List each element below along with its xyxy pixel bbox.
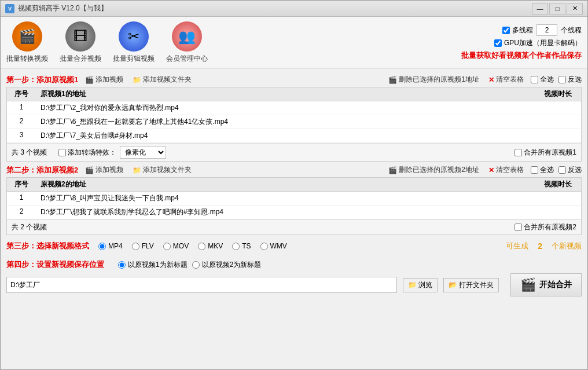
step1-table: 序号 原视频1的地址 视频时长 1 D:\梦工厂\2_我对你的爱永远真挚而热烈.… bbox=[6, 87, 582, 162]
title-bar-controls: — □ ✕ bbox=[532, 3, 583, 14]
row3-dur bbox=[535, 131, 581, 141]
toolbar-batch-edit-label: 批量剪辑视频 bbox=[113, 54, 155, 64]
step1-table-header: 序号 原视频1的地址 视频时长 bbox=[7, 87, 581, 101]
s2-row1-num: 1 bbox=[7, 193, 36, 203]
title-bar-left: V 视频剪辑高手 V12.0【与我】 bbox=[5, 3, 108, 13]
table-row[interactable]: 1 D:\梦工厂\8_叫声宝贝让我迷失一下自我.mp4 bbox=[7, 192, 581, 206]
step2-col-path: 原视频2的地址 bbox=[36, 179, 535, 189]
transition-select[interactable]: 像素化 bbox=[120, 146, 166, 159]
toolbar-right: 多线程 2 个线程 GPU加速（用显卡解码） 批量获取好看视频某个作者作品保存 bbox=[461, 24, 582, 61]
step1-select-all[interactable]: 全选 bbox=[531, 75, 554, 85]
step2-clear-icon: ✕ bbox=[488, 166, 494, 174]
step4-path-row: D:\梦工厂 📁 浏览 📂 打开文件夹 🎬 开始合并 bbox=[6, 273, 582, 296]
step2-title: 第二步：添加原视频2 bbox=[6, 165, 78, 175]
step1-footer: 共 3 个视频 添加转场特效： 像素化 合并所有原视频1 bbox=[7, 143, 581, 161]
row1-dur bbox=[535, 103, 581, 113]
step3-section: 第三步：选择新视频格式 MP4 FLV MOV MKV TS bbox=[6, 237, 582, 255]
batch-convert-icon: 🎬 bbox=[12, 21, 42, 52]
s2-row1-path: D:\梦工厂\8_叫声宝贝让我迷失一下自我.mp4 bbox=[36, 193, 535, 203]
step1-add-folder-btn[interactable]: 📁 添加视频文件夹 bbox=[130, 74, 194, 86]
thread-count-input[interactable]: 2 bbox=[536, 24, 557, 36]
gpu-row: GPU加速（用显卡解码） bbox=[494, 38, 582, 48]
s2-row2-path: D:\梦工厂\想我了就联系我别学我忍么了吧啊的#李知恩.mp4 bbox=[36, 207, 535, 217]
step1-col-num: 序号 bbox=[7, 89, 36, 99]
table-row[interactable]: 2 D:\梦工厂\想我了就联系我别学我忍么了吧啊的#李知恩.mp4 bbox=[7, 206, 581, 219]
step2-select-all[interactable]: 全选 bbox=[531, 165, 554, 175]
table-row[interactable]: 3 D:\梦工厂\7_美女后台哦#身材.mp4 bbox=[7, 129, 581, 143]
table-row[interactable]: 1 D:\梦工厂\2_我对你的爱永远真挚而热烈.mp4 bbox=[7, 101, 581, 115]
multi-thread-checkbox[interactable] bbox=[502, 27, 510, 34]
step1-deselect[interactable]: 反选 bbox=[558, 75, 582, 85]
step3-title: 第三步：选择新视频格式 bbox=[6, 241, 89, 251]
minimize-button[interactable]: — bbox=[532, 3, 548, 14]
step2-header: 第二步：添加原视频2 🎬 添加视频 📁 添加视频文件夹 🎬 删除已选择的原视频2… bbox=[6, 164, 582, 176]
step2-footer-text: 共 2 个视频 bbox=[12, 222, 47, 232]
transition-row: 添加转场特效： 像素化 bbox=[58, 146, 166, 159]
gpu-label[interactable]: GPU加速（用显卡解码） bbox=[494, 38, 582, 48]
add-folder-icon: 📁 bbox=[133, 76, 141, 84]
step1-add-video-btn[interactable]: 🎬 添加视频 bbox=[83, 74, 126, 86]
format-mp4[interactable]: MP4 bbox=[98, 242, 123, 250]
batch-edit-icon: ✂ bbox=[119, 21, 149, 52]
step2-delete-icon: 🎬 bbox=[388, 166, 397, 174]
can-generate-label: 可生成 bbox=[506, 241, 528, 251]
step2-deselect[interactable]: 反选 bbox=[558, 165, 582, 175]
step1-table-body: 1 D:\梦工厂\2_我对你的爱永远真挚而热烈.mp4 2 D:\梦工厂\6_想… bbox=[7, 101, 581, 143]
app-icon: V bbox=[5, 4, 14, 13]
thread-row: 多线程 2 个线程 bbox=[502, 24, 582, 36]
step1-col-duration: 视频时长 bbox=[535, 89, 581, 99]
toolbar: 🎬 批量转换视频 🎞 批量合并视频 ✂ 批量剪辑视频 👥 会员管理中心 多线程 … bbox=[1, 17, 587, 69]
step2-delete-btn[interactable]: 🎬 删除已选择的原视频2地址 bbox=[386, 164, 482, 176]
transition-checkbox[interactable]: 添加转场特效： bbox=[58, 148, 116, 157]
browse-icon: 📁 bbox=[408, 281, 417, 289]
batch-merge-icon: 🎞 bbox=[65, 21, 95, 52]
format-wmv[interactable]: WMV bbox=[260, 242, 287, 250]
step1-clear-btn[interactable]: ✕ 清空表格 bbox=[486, 74, 526, 86]
close-button[interactable]: ✕ bbox=[567, 3, 583, 14]
format-flv[interactable]: FLV bbox=[132, 242, 154, 250]
generate-count: 2 bbox=[538, 241, 542, 251]
save-path-input[interactable]: D:\梦工厂 bbox=[6, 277, 397, 293]
step1-header: 第一步：添加原视频1 🎬 添加视频 📁 添加视频文件夹 🎬 删除已选择的原视频1… bbox=[6, 74, 582, 86]
title2-radio[interactable]: 以原视频2为新标题 bbox=[192, 260, 262, 270]
toolbar-member-center[interactable]: 👥 会员管理中心 bbox=[166, 21, 208, 64]
generate-unit: 个新视频 bbox=[552, 241, 582, 251]
table-row[interactable]: 2 D:\梦工厂\6_想跟我在一起就要忘了地球上其他41亿女孩.mp4 bbox=[7, 115, 581, 129]
format-ts[interactable]: TS bbox=[232, 242, 251, 250]
toolbar-batch-convert-label: 批量转换视频 bbox=[6, 54, 48, 64]
step2-add-folder-btn[interactable]: 📁 添加视频文件夹 bbox=[130, 164, 194, 176]
s2-row1-dur bbox=[535, 193, 581, 203]
title1-radio[interactable]: 以原视频1为新标题 bbox=[118, 260, 188, 270]
gpu-checkbox[interactable] bbox=[494, 39, 502, 47]
toolbar-batch-convert[interactable]: 🎬 批量转换视频 bbox=[6, 21, 48, 64]
open-folder-icon: 📂 bbox=[449, 281, 457, 289]
step1-footer-text: 共 3 个视频 bbox=[12, 148, 47, 157]
step2-add-video-btn[interactable]: 🎬 添加视频 bbox=[83, 164, 126, 176]
toolbar-batch-merge[interactable]: 🎞 批量合并视频 bbox=[60, 21, 101, 64]
step2-merge-all[interactable]: 合并所有原视频2 bbox=[514, 222, 576, 232]
main-window: V 视频剪辑高手 V12.0【与我】 — □ ✕ 🎬 批量转换视频 🎞 批量合并… bbox=[0, 0, 588, 370]
step1-delete-btn[interactable]: 🎬 删除已选择的原视频1地址 bbox=[386, 74, 482, 86]
s2-row2-num: 2 bbox=[7, 207, 36, 217]
clear-icon: ✕ bbox=[488, 76, 494, 84]
row1-path: D:\梦工厂\2_我对你的爱永远真挚而热烈.mp4 bbox=[36, 103, 535, 113]
maximize-button[interactable]: □ bbox=[549, 3, 565, 14]
multi-thread-label[interactable]: 多线程 bbox=[502, 25, 533, 35]
step4-section: 第四步：设置新视频保存位置 以原视频1为新标题 以原视频2为新标题 D:\梦工厂… bbox=[6, 257, 582, 299]
step1-merge-all[interactable]: 合并所有原视频1 bbox=[514, 148, 576, 157]
step2-clear-btn[interactable]: ✕ 清空表格 bbox=[486, 164, 526, 176]
format-mov[interactable]: MOV bbox=[163, 242, 189, 250]
step1-title: 第一步：添加原视频1 bbox=[6, 75, 78, 85]
start-merge-button[interactable]: 🎬 开始合并 bbox=[510, 273, 582, 296]
browse-button[interactable]: 📁 浏览 bbox=[403, 278, 438, 292]
open-folder-button[interactable]: 📂 打开文件夹 bbox=[443, 278, 499, 292]
step1-col-path: 原视频1的地址 bbox=[36, 89, 535, 99]
title-bar: V 视频剪辑高手 V12.0【与我】 — □ ✕ bbox=[1, 1, 587, 17]
step2-table-body: 1 D:\梦工厂\8_叫声宝贝让我迷失一下自我.mp4 2 D:\梦工厂\想我了… bbox=[7, 192, 581, 219]
s2-row2-dur bbox=[535, 207, 581, 217]
window-title: 视频剪辑高手 V12.0【与我】 bbox=[18, 3, 108, 13]
step2-footer: 共 2 个视频 合并所有原视频2 bbox=[7, 219, 581, 235]
step4-header: 第四步：设置新视频保存位置 以原视频1为新标题 以原视频2为新标题 bbox=[6, 259, 582, 270]
format-mkv[interactable]: MKV bbox=[198, 242, 223, 250]
toolbar-batch-edit[interactable]: ✂ 批量剪辑视频 bbox=[113, 21, 155, 64]
